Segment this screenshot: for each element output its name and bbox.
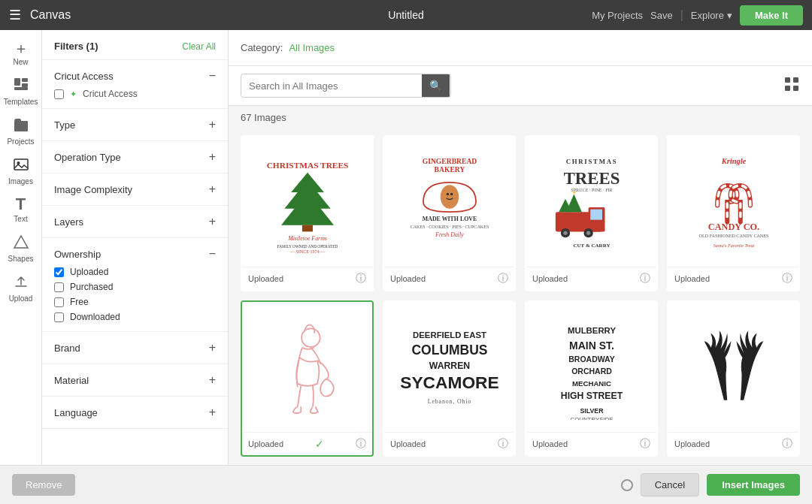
- images-icon: [13, 156, 29, 175]
- category-label: Category:: [241, 42, 283, 53]
- svg-text:CHRISTMAS: CHRISTMAS: [565, 158, 617, 165]
- type-expand-button[interactable]: +: [209, 118, 216, 131]
- info-icon-2[interactable]: ⓘ: [498, 272, 508, 285]
- search-button[interactable]: 🔍: [422, 74, 450, 97]
- info-icon-4[interactable]: ⓘ: [782, 272, 792, 285]
- info-icon-1[interactable]: ⓘ: [356, 272, 366, 285]
- hamburger-icon[interactable]: ☰: [9, 7, 21, 23]
- category-value: All Images: [289, 42, 335, 53]
- sidebar-item-upload[interactable]: Upload: [0, 269, 41, 307]
- clear-all-button[interactable]: Clear All: [182, 41, 216, 52]
- info-icon-8[interactable]: ⓘ: [782, 437, 792, 451]
- image-card-3[interactable]: CHRISTMAS TREES SPRUCE · PINE · FIR: [525, 135, 658, 291]
- my-projects-button[interactable]: My Projects: [592, 10, 643, 21]
- image-count: 67 Images: [241, 112, 286, 123]
- image-card-footer-3: Uploaded ⓘ: [526, 267, 656, 290]
- info-icon-6[interactable]: ⓘ: [498, 437, 508, 451]
- explore-button[interactable]: Explore ▾: [691, 10, 732, 21]
- svg-rect-3: [14, 87, 28, 90]
- content-area: Category: All Images 🔍 67 Images: [229, 30, 812, 465]
- svg-marker-7: [14, 236, 28, 248]
- material-section: Material +: [42, 364, 228, 397]
- grid-toggle-button[interactable]: [783, 76, 800, 96]
- image-card-1[interactable]: CHRISTMAS TREES Mistletoe Farms FAMILY O…: [241, 135, 374, 291]
- operation-type-expand-button[interactable]: +: [209, 150, 216, 164]
- operation-type-title: Operation Type: [54, 152, 121, 163]
- info-icon-5[interactable]: ⓘ: [356, 437, 366, 451]
- layers-header: Layers +: [54, 215, 216, 228]
- insert-images-button[interactable]: Insert Images: [707, 474, 800, 496]
- chevron-down-icon: ▾: [727, 10, 732, 21]
- sidebar-item-shapes[interactable]: Shapes: [0, 229, 41, 267]
- image-label-5: Uploaded: [248, 439, 283, 448]
- svg-text:Lebanon, Ohio: Lebanon, Ohio: [427, 398, 471, 405]
- sidebar-item-projects[interactable]: Projects: [0, 112, 41, 150]
- image-card-2[interactable]: GINGERBREAD BAKERY MADE WITH LOVE CAKES …: [383, 135, 516, 291]
- svg-point-22: [450, 192, 453, 195]
- svg-text:MADE WITH LOVE: MADE WITH LOVE: [422, 215, 476, 222]
- downloaded-option: Downloaded: [54, 312, 216, 322]
- image-thumbnail-7: MULBERRY MAIN ST. BROADWAY ORCHARD MECHA…: [526, 302, 656, 432]
- image-card-footer-5: Uploaded ✓ ⓘ: [242, 432, 372, 455]
- shapes-icon: [13, 234, 29, 252]
- ownership-title: Ownership: [54, 249, 101, 260]
- svg-text:GINGERBREAD: GINGERBREAD: [422, 157, 477, 165]
- svg-text:FAMILY OWNED AND OPERATED: FAMILY OWNED AND OPERATED: [277, 244, 338, 249]
- remove-button[interactable]: Remove: [12, 474, 75, 496]
- svg-text:CANDY CO.: CANDY CO.: [707, 221, 759, 231]
- language-expand-button[interactable]: +: [209, 406, 216, 419]
- cancel-button[interactable]: Cancel: [641, 473, 699, 496]
- svg-rect-14: [302, 225, 313, 231]
- image-card-footer-1: Uploaded ⓘ: [242, 267, 372, 290]
- cricut-access-section: Cricut Access − ✦ Cricut Access: [42, 60, 228, 109]
- svg-text:Fresh Daily: Fresh Daily: [435, 231, 464, 237]
- layers-expand-button[interactable]: +: [209, 215, 216, 228]
- svg-point-35: [586, 231, 590, 234]
- sidebar-item-templates[interactable]: Templates: [0, 72, 41, 110]
- sidebar-item-text[interactable]: T Text: [0, 192, 41, 228]
- svg-rect-1: [22, 78, 28, 82]
- sidebar-item-images[interactable]: Images: [0, 152, 41, 190]
- sidebar-item-new[interactable]: ＋ New: [0, 36, 41, 71]
- ownership-content: Uploaded Purchased Free Downloaded: [54, 267, 216, 322]
- svg-rect-31: [590, 209, 602, 219]
- new-icon: ＋: [14, 41, 29, 56]
- search-input[interactable]: [241, 76, 422, 96]
- app-name: Canvas: [30, 8, 71, 22]
- ownership-section: Ownership − Uploaded Purchased Free: [42, 238, 228, 332]
- image-card-7[interactable]: MULBERRY MAIN ST. BROADWAY ORCHARD MECHA…: [525, 300, 658, 457]
- templates-icon: [13, 77, 29, 95]
- image-thumbnail-5: [242, 302, 372, 432]
- material-expand-button[interactable]: +: [209, 373, 216, 387]
- cricut-access-label: Cricut Access: [83, 89, 138, 99]
- filter-title: Filters (1): [54, 41, 98, 52]
- image-complexity-expand-button[interactable]: +: [209, 183, 216, 196]
- uploaded-checkbox[interactable]: [54, 267, 64, 277]
- cricut-access-checkbox[interactable]: [54, 89, 64, 99]
- svg-text:SPRUCE · PINE · FIR: SPRUCE · PINE · FIR: [571, 188, 613, 192]
- image-card-4[interactable]: Kringle CANDY CO. OLD FASHIONED CANDY CA…: [667, 135, 800, 291]
- image-card-footer-6: Uploaded ⓘ: [384, 432, 514, 455]
- cricut-access-header: Cricut Access −: [54, 69, 216, 83]
- language-header: Language +: [54, 406, 216, 419]
- purchased-checkbox[interactable]: [54, 282, 64, 292]
- free-checkbox[interactable]: [54, 297, 64, 307]
- image-label-2: Uploaded: [390, 274, 426, 283]
- downloaded-checkbox[interactable]: [54, 312, 64, 322]
- info-icon-3[interactable]: ⓘ: [640, 272, 650, 285]
- ownership-collapse-button[interactable]: −: [209, 247, 216, 261]
- search-input-wrapper: 🔍: [241, 74, 451, 98]
- image-label-3: Uploaded: [532, 274, 568, 283]
- brand-expand-button[interactable]: +: [209, 341, 216, 355]
- image-card-8[interactable]: Uploaded ⓘ: [667, 300, 800, 457]
- brand-header: Brand +: [54, 341, 216, 355]
- save-button[interactable]: Save: [650, 10, 673, 21]
- cricut-access-collapse-button[interactable]: −: [209, 69, 216, 83]
- image-grid: CHRISTMAS TREES Mistletoe Farms FAMILY O…: [229, 129, 812, 465]
- make-it-button[interactable]: Make It: [740, 5, 803, 26]
- image-card-5[interactable]: Uploaded ✓ ⓘ: [241, 300, 374, 457]
- svg-text:HIGH STREET: HIGH STREET: [560, 391, 623, 401]
- image-card-6[interactable]: DEERFIELD EAST COLUMBUS WARREN SYCAMORE …: [383, 300, 516, 457]
- material-header: Material +: [54, 373, 216, 387]
- info-icon-7[interactable]: ⓘ: [640, 437, 650, 451]
